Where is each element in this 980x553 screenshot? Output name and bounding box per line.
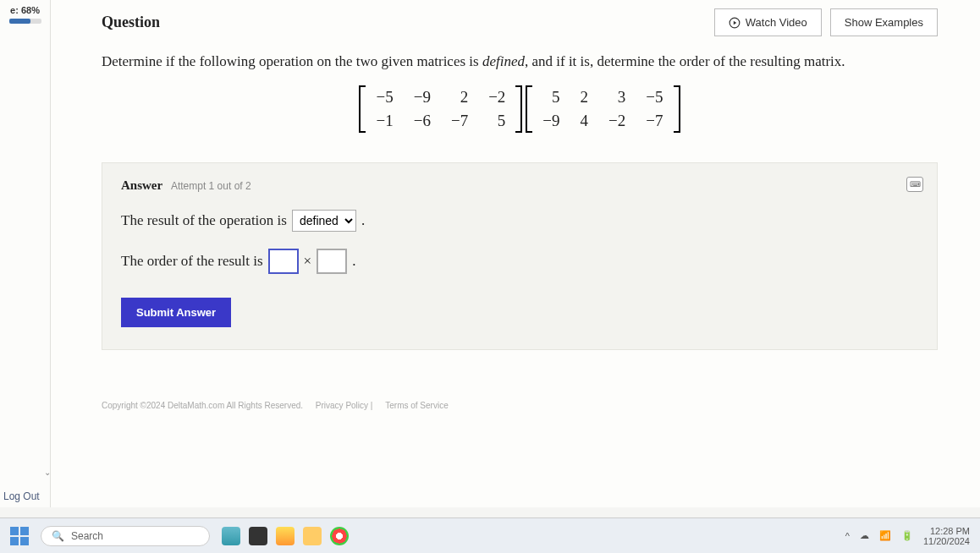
answer-header: Answer Attempt 1 out of 2 [121,178,918,193]
rows-input[interactable] [268,249,299,274]
answer-panel: ⌨ Answer Attempt 1 out of 2 The result o… [102,162,938,350]
show-examples-button[interactable]: Show Examples [830,8,938,36]
main-content: Question Watch Video Show Examples Deter… [51,0,980,507]
defined-dropdown[interactable]: defined [292,210,356,232]
copyright-text: Copyright ©2024 DeltaMath.com All Rights… [102,401,303,410]
chevron-down-icon[interactable]: ⌄ [44,468,51,477]
terms-link[interactable]: Terms of Service [385,401,448,410]
sidebar: e: 68% ⌄ Log Out [0,0,51,507]
question-title: Question [102,14,160,31]
matrix-a: −5−92−2−1−6−75 [359,85,522,133]
progress-bar [9,19,41,24]
submit-button[interactable]: Submit Answer [121,298,231,327]
watch-video-label: Watch Video [746,16,807,29]
progress-label: e: 68% [0,5,50,15]
question-prompt: Determine if the following operation on … [102,53,938,70]
privacy-link[interactable]: Privacy Policy [316,401,368,410]
matrices-display: −5−92−2−1−6−75 523−5−94−2−7 [102,85,938,137]
keyboard-icon[interactable]: ⌨ [906,177,923,192]
footer: Copyright ©2024 DeltaMath.com All Rights… [102,401,938,410]
logout-link[interactable]: Log Out [3,490,40,502]
show-examples-label: Show Examples [845,16,923,29]
play-icon [729,17,741,29]
watch-video-button[interactable]: Watch Video [714,8,822,36]
answer-label: Answer [121,178,162,192]
answer-line-defined: The result of the operation is defined . [121,210,918,232]
attempt-counter: Attempt 1 out of 2 [171,180,251,192]
matrix-b: 523−5−94−2−7 [526,85,680,133]
svg-marker-1 [734,20,737,25]
answer-line-order: The order of the result is × . [121,249,918,274]
cols-input[interactable] [317,249,347,274]
header-buttons: Watch Video Show Examples [714,8,938,36]
question-header: Question Watch Video Show Examples [102,8,938,36]
progress-bar-fill [9,19,31,24]
